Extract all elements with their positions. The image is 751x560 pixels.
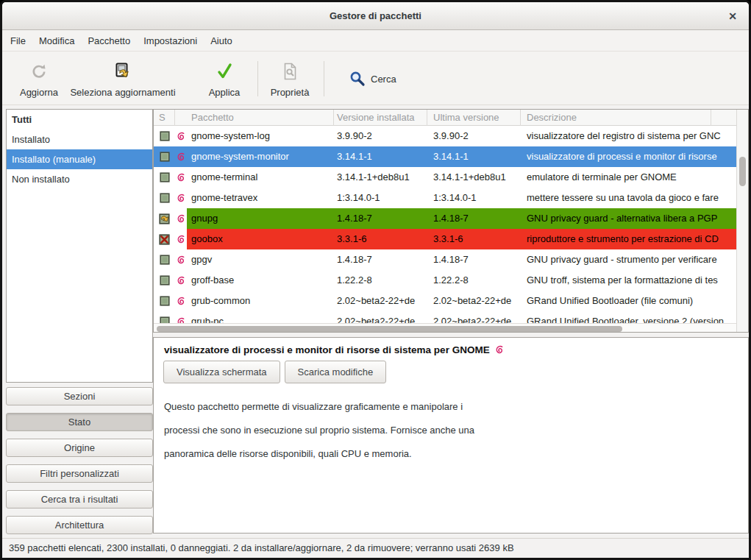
package-row-grub-common[interactable]: grub-common2.02~beta2-22+de2.02~beta2-22… xyxy=(154,291,738,311)
description-line: Questo pacchetto permette di visualizzar… xyxy=(164,395,474,419)
installed-version: 1.22.2-8 xyxy=(334,270,427,291)
menubar: FileModificaPacchettoImpostazioniAiuto xyxy=(2,30,749,52)
sidebar-button-sezioni[interactable]: Sezioni xyxy=(6,387,153,405)
menu-pacchetto[interactable]: Pacchetto xyxy=(81,32,137,50)
package-description: GNU privacy guard - strumento per verifi… xyxy=(521,249,738,270)
installed-version: 3.14.1-1 xyxy=(334,146,427,167)
vertical-scrollbar-thumb[interactable] xyxy=(739,157,746,186)
close-icon[interactable]: ✕ xyxy=(725,9,740,24)
package-row-gpgv[interactable]: gpgv1.4.18-71.4.18-7GNU privacy guard - … xyxy=(154,249,738,270)
package-name: gnome-tetravex xyxy=(187,188,334,208)
vertical-scrollbar[interactable] xyxy=(736,110,748,332)
visualizza-schermata-button[interactable]: Visualizza schermata xyxy=(163,361,280,383)
debian-swirl-icon xyxy=(175,146,187,167)
package-description: emulatore di terminale per GNOME xyxy=(521,167,738,188)
latest-version: 3.3.1-6 xyxy=(427,229,521,249)
details-title: visualizzatore di processi e monitor di … xyxy=(164,344,505,355)
column-header-pacchetto[interactable]: Pacchetto xyxy=(187,110,334,126)
status-upgrade-icon xyxy=(154,208,175,229)
package-row-gnome-system-monitor[interactable]: gnome-system-monitor3.14.1-13.14.1-1visu… xyxy=(154,146,738,167)
menu-aiuto[interactable]: Aiuto xyxy=(204,32,239,50)
select-upgrades-icon xyxy=(113,61,132,81)
package-row-gnome-tetravex[interactable]: gnome-tetravex1:3.14.0-11:3.14.0-1metter… xyxy=(154,188,738,208)
filter-item-non-installato[interactable]: Non installato xyxy=(7,169,152,189)
package-row-gnome-system-log[interactable]: gnome-system-log3.9.90-23.9.90-2visualiz… xyxy=(154,126,738,146)
horizontal-scrollbar[interactable] xyxy=(154,323,738,333)
package-name: gnome-system-log xyxy=(187,126,334,146)
window-title: Gestore di pacchetti xyxy=(2,10,749,21)
toolbar-button-label: Proprietà xyxy=(271,87,310,98)
details-title-text: visualizzatore di processi e monitor di … xyxy=(164,344,490,355)
status-filter-list: TuttiInstallatoInstallato (manuale)Non i… xyxy=(6,109,153,383)
toolbar-button-label: Seleziona aggiornamenti xyxy=(70,87,175,98)
status-installed-icon xyxy=(154,167,175,188)
toolbar-button-proprietà[interactable]: Proprietà xyxy=(262,57,318,101)
package-name: groff-base xyxy=(187,270,334,291)
search-button-label: Cerca xyxy=(371,74,396,85)
filter-item-installato-manuale-[interactable]: Installato (manuale) xyxy=(7,149,152,169)
filter-item-tutti[interactable]: Tutti xyxy=(7,110,152,130)
filter-item-installato[interactable]: Installato xyxy=(7,130,152,149)
installed-version: 1.4.18-7 xyxy=(334,249,427,270)
status-installed-icon xyxy=(154,146,175,167)
search-button[interactable]: Cerca xyxy=(342,65,404,92)
package-table: SPacchettoVersione installataUltima vers… xyxy=(153,109,749,333)
package-name: gnome-system-monitor xyxy=(187,146,334,167)
package-name: gnupg xyxy=(187,208,334,229)
debian-swirl-icon xyxy=(175,229,187,249)
latest-version: 1.4.18-7 xyxy=(427,249,521,270)
sidebar-button-stato[interactable]: Stato xyxy=(6,413,153,431)
package-description: riproduttore e strumento per estrazione … xyxy=(521,229,738,249)
horizontal-scrollbar-thumb[interactable] xyxy=(157,326,622,332)
status-remove-icon xyxy=(154,229,175,249)
debian-swirl-icon xyxy=(175,270,187,291)
package-row-goobox[interactable]: goobox3.3.1-63.3.1-6riproduttore e strum… xyxy=(154,229,738,249)
sidebar-button-filtri-personalizzati[interactable]: Filtri personalizzati xyxy=(6,464,153,483)
sidebar-button-origine[interactable]: Origine xyxy=(6,439,153,457)
toolbar-button-applica[interactable]: Applica xyxy=(196,57,252,101)
description-line: panoramica delle risorse disponibili, qu… xyxy=(164,442,474,466)
toolbar-button-aggiorna[interactable]: Aggiorna xyxy=(7,57,71,101)
toolbar-button-seleziona-aggiornamenti[interactable]: Seleziona aggiornamenti xyxy=(71,57,174,101)
status-installed-icon xyxy=(154,249,175,270)
statusbar: 359 pacchetti elencati, 2300 installati,… xyxy=(2,538,749,558)
menu-modifica[interactable]: Modifica xyxy=(32,32,81,50)
package-description: visualizzatore del registro di sistema p… xyxy=(521,126,738,146)
sidebar-button-cerca-tra-i-risultati[interactable]: Cerca tra i risultati xyxy=(6,490,153,508)
menu-file[interactable]: File xyxy=(4,32,32,50)
toolbar-button-label: Applica xyxy=(209,87,241,98)
package-row-gnupg[interactable]: gnupg1.4.18-71.4.18-7GNU privacy guard -… xyxy=(154,208,738,229)
installed-version: 1:3.14.0-1 xyxy=(334,188,427,208)
debian-swirl-icon xyxy=(175,291,187,311)
titlebar: Gestore di pacchetti ✕ xyxy=(2,2,749,30)
details-pane: visualizzatore di processi e monitor di … xyxy=(153,337,749,534)
latest-version: 2.02~beta2-22+de xyxy=(427,291,521,311)
sidebar-button-architettura[interactable]: Architettura xyxy=(6,516,153,534)
table-rows: gnome-system-log3.9.90-23.9.90-2visualiz… xyxy=(154,126,738,333)
package-row-groff-base[interactable]: groff-base1.22.2-81.22.2-8GNU troff, sis… xyxy=(154,270,738,291)
debian-swirl-icon xyxy=(175,249,187,270)
package-row-gnome-terminal[interactable]: gnome-terminal3.14.1-1+deb8u13.14.1-1+de… xyxy=(154,167,738,188)
column-header-supported[interactable] xyxy=(175,110,187,126)
package-name: gpgv xyxy=(187,249,334,270)
package-name: goobox xyxy=(187,229,334,249)
column-header-ultima-versione[interactable]: Ultima versione xyxy=(427,110,521,126)
description-line: processi che sono in esecuzione sul prop… xyxy=(164,419,474,442)
package-description: mettere tessere su una tavola da gioco e… xyxy=(521,188,738,208)
toolbar: Cerca AggiornaSeleziona aggiornamentiApp… xyxy=(2,52,749,105)
installed-version: 3.3.1-6 xyxy=(334,229,427,249)
debian-swirl-icon xyxy=(175,208,187,229)
column-header-s[interactable]: S xyxy=(154,110,175,126)
debian-swirl-icon xyxy=(494,344,505,355)
latest-version: 1.4.18-7 xyxy=(427,208,521,229)
installed-version: 3.9.90-2 xyxy=(334,126,427,146)
column-header-descrizione[interactable]: Descrizione xyxy=(521,110,738,126)
package-name: gnome-terminal xyxy=(187,167,334,188)
properties-icon xyxy=(280,61,299,81)
column-header-versione-installata[interactable]: Versione installata xyxy=(334,110,427,126)
latest-version: 1:3.14.0-1 xyxy=(427,188,521,208)
status-installed-icon xyxy=(154,188,175,208)
menu-impostazioni[interactable]: Impostazioni xyxy=(137,32,204,50)
scarica-modifiche-button[interactable]: Scarica modifiche xyxy=(285,361,387,383)
package-name: grub-common xyxy=(187,291,334,311)
